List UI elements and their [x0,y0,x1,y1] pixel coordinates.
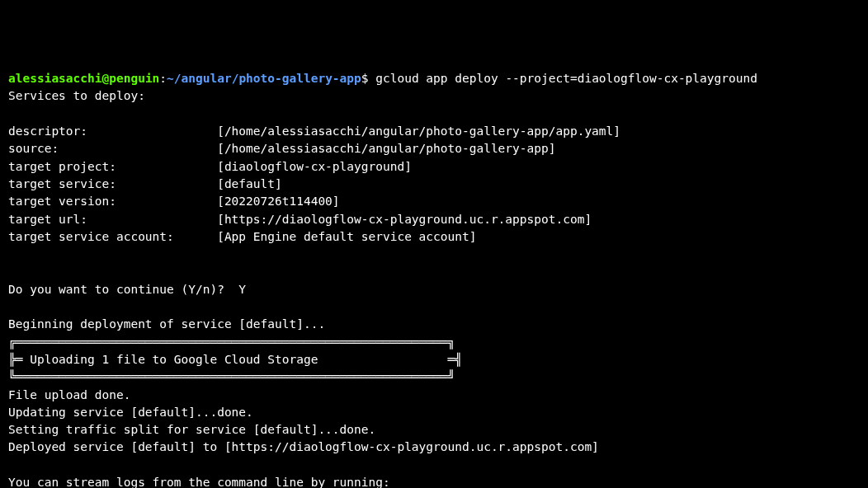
target-service-line: target service: [default] [8,177,282,190]
target-project-line: target project: [diaologflow-cx-playgrou… [8,160,412,173]
deployed-line: Deployed service [default] to [https://d… [8,440,599,453]
descriptor-line: descriptor: [/home/alessiasacchi/angular… [8,124,620,138]
progress-box-bot: ╚═══════════════════════════════════════… [8,370,455,383]
source-line: source: [/home/alessiasacchi/angular/pho… [8,142,555,155]
traffic-line: Setting traffic split for service [defau… [8,423,375,436]
prompt-host: penguin [109,72,159,85]
target-url-line: target url: [https://diaologflow-cx-play… [8,213,592,226]
prompt-dollar: $ [361,72,369,85]
target-sa-line: target service account: [App Engine defa… [8,230,476,243]
updating-line: Updating service [default]...done. [8,406,253,419]
prompt-line: alessiasacchi@penguin:~/angular/photo-ga… [8,72,757,85]
prompt-user: alessiasacchi [8,72,102,85]
target-version-line: target version: [20220726t114400] [8,195,340,208]
begin-deploy-line: Beginning deployment of service [default… [8,317,325,331]
progress-box-top: ╔═══════════════════════════════════════… [8,336,455,349]
services-header: Services to deploy: [8,89,145,102]
confirm-prompt: Do you want to continue (Y/n)? Y [8,283,246,296]
progress-box-mid: ╠═ Uploading 1 file to Google Cloud Stor… [8,353,462,366]
upload-done-line: File upload done. [8,388,130,401]
terminal-output[interactable]: alessiasacchi@penguin:~/angular/photo-ga… [8,70,860,488]
prompt-at: @ [102,72,110,85]
prompt-colon: : [159,72,167,85]
stream-hint-line: You can stream logs from the command lin… [8,476,390,488]
prompt-path: ~/angular/photo-gallery-app [167,72,361,85]
command-text: gcloud app deploy --project=diaologflow-… [369,72,757,85]
